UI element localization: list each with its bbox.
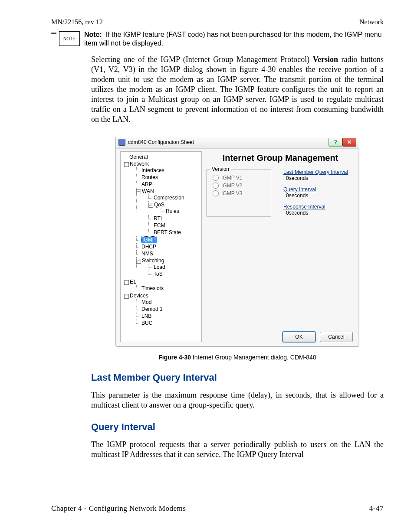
radio-igmp-v2[interactable]: IGMP V2 (213, 183, 265, 189)
app-icon (118, 139, 125, 146)
note-text: Note: If the IGMP feature (FAST code) ha… (82, 30, 384, 48)
query-interval-value: 0seconds (286, 193, 348, 199)
last-member-label: Last Member Query Interval (283, 169, 348, 175)
para-query-interval: The IGMP protocol requests that a server… (91, 440, 384, 460)
footer-right: 4-47 (369, 504, 384, 513)
heading-last-member: Last Member Query Interval (91, 372, 384, 383)
version-group: Version IGMP V1 IGMP V2 IGMP V3 (206, 169, 271, 217)
header-right: Network (359, 18, 384, 26)
radio-icon (213, 183, 219, 189)
dialog-title: cdm840 Configuration Sheet (128, 139, 194, 145)
tree-demod1[interactable]: Demod 1 (135, 306, 200, 313)
response-interval-label: Response Interval (283, 204, 348, 210)
intro-paragraph: Selecting one of the IGMP (Internet Grou… (91, 55, 384, 124)
header-left: MN/22156, rev 12 (51, 18, 103, 26)
tree-nms[interactable]: NMS (135, 250, 200, 257)
footer-left: Chapter 4 - Configuring Network Modems (51, 504, 186, 513)
cancel-button[interactable]: Cancel (320, 332, 353, 342)
tree-buc[interactable]: BUC (135, 320, 200, 326)
heading-query-interval: Query Interval (91, 421, 384, 433)
collapse-icon[interactable]: − (124, 162, 129, 167)
collapse-icon[interactable]: − (136, 189, 141, 194)
last-member-value: 0seconds (286, 175, 348, 181)
note-flag: NOTE (59, 31, 80, 46)
collapse-icon[interactable]: − (136, 259, 141, 264)
para-last-member: This parameter is the maximum response t… (91, 390, 384, 410)
tree-bert[interactable]: BERT State (148, 229, 200, 236)
collapse-icon[interactable]: − (124, 280, 129, 285)
nav-tree[interactable]: General −Network Interfaces Routes ARP −… (120, 151, 202, 342)
tree-ecm[interactable]: ECM (148, 222, 200, 229)
collapse-icon[interactable]: − (124, 294, 129, 299)
tree-general[interactable]: General (123, 153, 200, 160)
tree-dhcp[interactable]: DHCP (135, 243, 200, 250)
tree-qos[interactable]: −QoS Rules (148, 201, 200, 215)
tree-tos[interactable]: ToS (148, 271, 200, 277)
dialog-titlebar: cdm840 Configuration Sheet ? ✕ (116, 136, 359, 149)
ok-button[interactable]: OK (283, 332, 315, 342)
tree-load[interactable]: Load (148, 264, 200, 271)
figure-caption: Figure 4-30 Internet Group Management di… (91, 354, 384, 361)
tree-routes[interactable]: Routes (135, 174, 200, 181)
tree-lnb[interactable]: LNB (135, 313, 200, 320)
tree-mod[interactable]: Mod (135, 299, 200, 306)
help-button[interactable]: ? (329, 138, 342, 147)
tree-wan[interactable]: −WAN Compression −QoS Rules RTI ECM BE (135, 188, 200, 236)
note-block: NOTE Note: If the IGMP feature (FAST cod… (51, 30, 384, 48)
tree-interfaces[interactable]: Interfaces (135, 167, 200, 174)
tree-timeslots[interactable]: Timeslots (135, 285, 200, 292)
tree-network[interactable]: −Network Interfaces Routes ARP −WAN Comp… (123, 160, 200, 278)
collapse-icon[interactable]: − (148, 203, 153, 208)
tree-switching[interactable]: −Switching Load ToS (135, 257, 200, 278)
interval-info: Last Member Query Interval 0seconds Quer… (283, 169, 348, 327)
tree-rti[interactable]: RTI (148, 215, 200, 222)
close-button[interactable]: ✕ (342, 138, 356, 147)
radio-icon (213, 190, 219, 196)
radio-igmp-v3[interactable]: IGMP V3 (213, 190, 265, 196)
query-interval-label: Query Interval (283, 186, 348, 193)
igmp-dialog: cdm840 Configuration Sheet ? ✕ General −… (115, 136, 359, 347)
version-group-label: Version (210, 166, 231, 172)
tree-devices[interactable]: −Devices Mod Demod 1 LNB BUC (123, 292, 200, 327)
radio-icon (213, 175, 219, 181)
response-interval-value: 0seconds (286, 210, 348, 216)
tree-rules[interactable]: Rules (160, 208, 200, 215)
tree-compression[interactable]: Compression (148, 194, 200, 201)
arrow-icon (51, 32, 56, 44)
radio-igmp-v1[interactable]: IGMP V1 (213, 175, 265, 181)
tree-arp[interactable]: ARP (135, 181, 200, 188)
tree-igmp[interactable]: IGMP (135, 236, 200, 243)
tree-e1[interactable]: −E1 Timeslots (123, 278, 200, 292)
